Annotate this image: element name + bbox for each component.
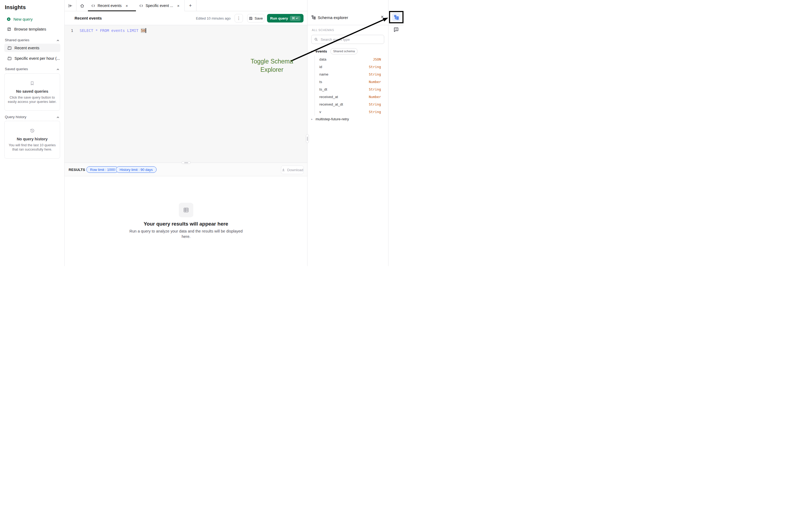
- field-type: Number: [369, 80, 381, 84]
- schema-search-box[interactable]: [311, 35, 384, 44]
- results-empty-state: Your query results will appear here Run …: [65, 176, 307, 266]
- floppy-disk-icon: [249, 16, 253, 20]
- schema-name: events: [315, 49, 327, 53]
- results-toolbar: RESULTS Row limit : 1000 History limit :…: [65, 163, 307, 176]
- results-empty-title: Your query results will appear here: [65, 221, 307, 227]
- right-icon-toolbar: [388, 0, 403, 266]
- schema-events-row[interactable]: ▾ events Shared schema: [311, 48, 357, 55]
- row-limit-pill[interactable]: Row limit : 1000: [86, 166, 118, 173]
- query-history-empty-state: No query history You will find the last …: [4, 121, 60, 158]
- new-query-button[interactable]: + New query: [7, 17, 33, 21]
- more-options-button[interactable]: ⋮: [235, 14, 243, 22]
- field-name: received_at: [319, 95, 338, 99]
- sql-keywords: SELECT * FROM events LIMIT: [80, 28, 141, 33]
- field-type: Number: [369, 95, 381, 99]
- toolbar-cell: [388, 0, 403, 25]
- schema-field-row[interactable]: id String: [319, 63, 381, 71]
- chevron-up-icon[interactable]: [56, 68, 60, 71]
- shared-queries-label: Shared queries: [5, 38, 30, 42]
- plus-circle-icon: +: [7, 17, 11, 21]
- sql-code-line: SELECT * FROM events LIMIT 50: [80, 28, 146, 33]
- chevron-up-icon[interactable]: [56, 39, 60, 42]
- schema-field-row[interactable]: received_at_dt String: [319, 100, 381, 108]
- browse-templates-button[interactable]: Browse templates: [7, 27, 46, 31]
- new-query-label: New query: [13, 17, 33, 21]
- editor-results-resize-handle[interactable]: [182, 161, 190, 164]
- chevron-up-icon[interactable]: [56, 115, 60, 119]
- results-empty-desc: Run a query to analyze your data and the…: [127, 228, 245, 239]
- saved-queries-label: Saved queries: [5, 67, 28, 71]
- field-name: name: [319, 72, 328, 76]
- schema-panel-resize-handle[interactable]: [306, 134, 309, 143]
- tab-label: Specific event ...: [146, 3, 173, 8]
- browse-templates-label: Browse templates: [14, 27, 46, 31]
- download-button[interactable]: Download: [281, 166, 304, 174]
- schema-search-input[interactable]: [320, 37, 381, 42]
- new-tab-button[interactable]: +: [184, 0, 196, 11]
- all-schemas-label: ALL SCHEMAS: [312, 28, 334, 32]
- schema-field-row[interactable]: ts Number: [319, 78, 381, 86]
- text-cursor: [146, 28, 146, 33]
- kebab-icon: ⋮: [237, 16, 241, 21]
- query-history-label: Query history: [5, 115, 26, 119]
- schema-field-row[interactable]: ts_dt String: [319, 86, 381, 93]
- main-area: Recent events × Specific event ... × + R…: [65, 0, 307, 266]
- field-name: data: [319, 57, 326, 61]
- code-slash-icon: [139, 4, 143, 8]
- code-slash-icon: [91, 4, 95, 8]
- field-type: String: [369, 72, 381, 76]
- field-name: received_at_dt: [319, 102, 343, 106]
- empty-title: No saved queries: [16, 89, 48, 94]
- sidebar-item-specific-event[interactable]: Specific event per hour (...: [4, 54, 60, 62]
- tab-label: Recent events: [97, 3, 122, 8]
- close-icon[interactable]: ×: [381, 14, 384, 19]
- bookmark-icon: [30, 81, 35, 86]
- run-query-label: Run query: [270, 16, 288, 20]
- close-tab-icon[interactable]: ×: [126, 3, 128, 8]
- download-icon: [281, 168, 285, 172]
- tab-specific-event[interactable]: Specific event ... ×: [136, 0, 184, 11]
- tree-schema-icon: [394, 15, 399, 20]
- tree-indent-guide: [314, 55, 315, 116]
- schema-field-list: data JSON id String name String ts Numbe…: [319, 55, 381, 115]
- feedback-button[interactable]: [393, 27, 399, 33]
- schema-multistep-row[interactable]: ▸ multistep-future-retry: [311, 115, 349, 122]
- sidebar-item-label: Specific event per hour (...: [15, 56, 60, 60]
- history-limit-pill[interactable]: History limit : 90 days: [116, 166, 157, 173]
- tree-schema-icon: [311, 15, 316, 20]
- sidebar-item-label: Recent events: [15, 46, 39, 50]
- editor-header: Recent events Edited 10 minutes ago ⋮ Sa…: [65, 11, 307, 25]
- schema-field-row[interactable]: v String: [319, 108, 381, 115]
- run-query-button[interactable]: Run query ⌘ ↵: [267, 14, 304, 22]
- field-type: String: [369, 110, 381, 114]
- save-button[interactable]: Save: [247, 14, 264, 22]
- collapse-sidebar-button[interactable]: [65, 0, 76, 11]
- edited-timestamp: Edited 10 minutes ago: [196, 16, 231, 20]
- results-label: RESULTS: [69, 168, 85, 172]
- close-tab-icon[interactable]: ×: [177, 3, 180, 8]
- sql-editor[interactable]: 1 SELECT * FROM events LIMIT 50: [65, 25, 307, 163]
- schema-field-row[interactable]: data JSON: [319, 55, 381, 63]
- caret-down-icon[interactable]: ▾: [311, 50, 315, 53]
- tab-recent-events[interactable]: Recent events ×: [88, 0, 136, 11]
- schema-field-row[interactable]: received_at Number: [319, 93, 381, 100]
- code-square-icon: [7, 46, 12, 50]
- empty-desc: You will find the last 10 queries that r…: [8, 143, 56, 152]
- field-name: ts_dt: [319, 87, 327, 91]
- field-name: v: [319, 110, 321, 114]
- table-grid-icon: [179, 203, 193, 217]
- caret-right-icon[interactable]: ▸: [311, 118, 315, 120]
- tab-bar: Recent events × Specific event ... × +: [65, 0, 307, 11]
- speech-bubble-exclamation-icon: [393, 27, 399, 33]
- layout-template-icon: [7, 27, 11, 31]
- toggle-schema-explorer-button[interactable]: [392, 13, 401, 21]
- home-button[interactable]: [76, 0, 88, 11]
- shared-schema-badge: Shared schema: [330, 48, 358, 54]
- schema-field-row[interactable]: name String: [319, 71, 381, 78]
- field-type: String: [369, 65, 381, 69]
- field-name: ts: [319, 80, 322, 84]
- history-clock-icon: [30, 128, 35, 133]
- keyboard-shortcut-badge: ⌘ ↵: [290, 16, 300, 21]
- sidebar-item-recent-events[interactable]: Recent events: [4, 44, 60, 52]
- sidebar: Insights + New query Browse templates Sh…: [0, 0, 65, 266]
